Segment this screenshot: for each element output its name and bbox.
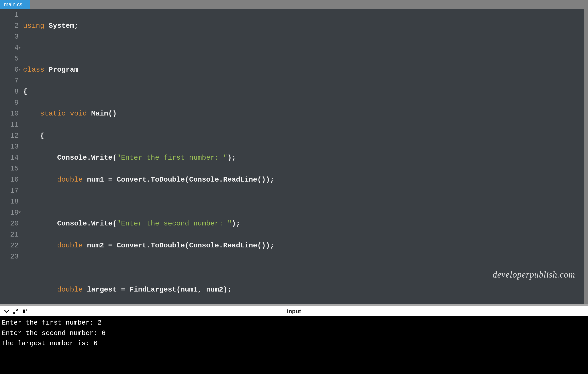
code-line: static void Main() bbox=[23, 108, 584, 119]
console-toolbar: input bbox=[0, 306, 588, 316]
tab-bar: main.cs bbox=[0, 0, 588, 9]
console-output[interactable]: Enter the first number: 2 Enter the seco… bbox=[0, 316, 588, 374]
chevron-down-icon[interactable] bbox=[2, 307, 11, 316]
line-number: 14 bbox=[2, 152, 19, 163]
line-number: 1 bbox=[2, 9, 19, 21]
input-label: input bbox=[287, 308, 301, 315]
line-number: 21 bbox=[2, 229, 19, 240]
pane-splitter[interactable] bbox=[0, 304, 588, 306]
code-line: double num2 = Convert.ToDouble(Console.R… bbox=[23, 240, 584, 251]
line-number: 8 bbox=[2, 86, 19, 97]
line-number: 4 bbox=[2, 42, 19, 53]
editor-pane: 1234567891011121314151617181920212223 us… bbox=[0, 9, 588, 304]
code-line: class Program bbox=[23, 64, 584, 75]
line-number: 20 bbox=[2, 218, 19, 229]
code-line bbox=[23, 196, 584, 207]
line-number: 16 bbox=[2, 174, 19, 185]
line-number: 18 bbox=[2, 196, 19, 207]
line-number: 12 bbox=[2, 130, 19, 141]
code-line bbox=[23, 262, 584, 273]
tab-main-cs[interactable]: main.cs bbox=[0, 0, 30, 9]
line-number: 6 bbox=[2, 64, 19, 75]
line-number: 7 bbox=[2, 75, 19, 86]
stop-icon[interactable] bbox=[20, 307, 29, 316]
line-number: 9 bbox=[2, 97, 19, 108]
code-area[interactable]: using System; class Program { static voi… bbox=[21, 9, 584, 304]
code-line: double largest = FindLargest(num1, num2)… bbox=[23, 284, 584, 295]
code-line: Console.Write("Enter the first number: "… bbox=[23, 152, 584, 163]
svg-rect-0 bbox=[23, 310, 25, 313]
line-number: 3 bbox=[2, 31, 19, 42]
tab-label: main.cs bbox=[4, 1, 22, 8]
code-line: { bbox=[23, 86, 584, 97]
line-number-gutter: 1234567891011121314151617181920212223 bbox=[0, 9, 21, 304]
line-number: 19 bbox=[2, 207, 19, 218]
code-line: Console.Write("Enter the second number: … bbox=[23, 218, 584, 229]
line-number: 23 bbox=[2, 251, 19, 262]
line-number: 5 bbox=[2, 53, 19, 64]
expand-icon[interactable] bbox=[11, 307, 20, 316]
line-number: 11 bbox=[2, 119, 19, 130]
line-number: 15 bbox=[2, 163, 19, 174]
line-number: 13 bbox=[2, 141, 19, 152]
code-line bbox=[23, 42, 584, 53]
code-line: using System; bbox=[23, 21, 584, 31]
code-line: double num1 = Convert.ToDouble(Console.R… bbox=[23, 174, 584, 185]
line-number: 10 bbox=[2, 108, 19, 119]
line-number: 2 bbox=[2, 21, 19, 31]
line-number: 22 bbox=[2, 240, 19, 251]
code-line: { bbox=[23, 130, 584, 141]
line-number: 17 bbox=[2, 185, 19, 197]
